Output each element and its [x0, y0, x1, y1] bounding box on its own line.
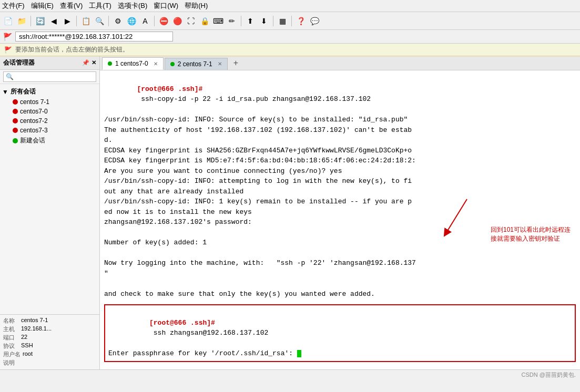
- term-line-14: Now try logging into the machine, with: …: [104, 258, 576, 269]
- term-line-15: ": [104, 269, 576, 279]
- tab-close-centos71[interactable]: ✕: [218, 61, 222, 67]
- font-icon[interactable]: A: [139, 15, 151, 27]
- notifbar: 🚩 要添加当前会话，点击左侧的箭头按钮。: [0, 44, 580, 56]
- tree-indent: centos 7-1 centos7-0 centos7-2 centos7-3…: [0, 97, 99, 146]
- help-icon[interactable]: ❓: [295, 15, 307, 27]
- prop-value-name: centos 7-1: [21, 317, 48, 325]
- prop-row-user: 用户名 root: [3, 350, 96, 358]
- term-line-4: d.: [104, 135, 576, 146]
- menu-tools[interactable]: 工具(T): [89, 1, 111, 11]
- record-icon[interactable]: 🔴: [171, 15, 183, 27]
- session-dot-centos71: [13, 99, 18, 105]
- term-input-line-2: Enter passphrase for key '/root/.ssh/id_…: [108, 348, 572, 359]
- terminal-input-box: [root@666 .ssh]# ssh zhangsan@192.168.13…: [104, 304, 576, 362]
- term-line-16: and check to make sure that only the key…: [104, 289, 576, 300]
- session-properties: 名称 centos 7-1 主机 192.168.1... 端口 22 协议 S…: [0, 314, 99, 369]
- main-layout: 会话管理器 📌 ✕ ▼ 所有会话 centos 7-1 centos7-: [0, 56, 580, 369]
- tabs-bar: 1 centos7-0 ✕ 2 centos 7-1 ✕ +: [100, 56, 580, 70]
- session-item-centos72[interactable]: centos7-2: [8, 116, 99, 126]
- term-line-11: ed now it is to install the new keys: [104, 207, 576, 218]
- prop-row-port: 端口 22: [3, 334, 96, 342]
- term-line-8: /usr/bin/ssh-copy-id: INFO: attempting t…: [104, 176, 576, 187]
- forward-icon[interactable]: ▶: [62, 15, 73, 27]
- session-item-new[interactable]: 新建会话: [8, 135, 99, 146]
- session-label-centos71: centos 7-1: [20, 98, 49, 106]
- tabs-and-terminal: 1 centos7-0 ✕ 2 centos 7-1 ✕ + [root@666…: [100, 56, 580, 369]
- tree-expand-icon: ▼: [2, 88, 8, 96]
- addressbar: 🚩 ssh://root:******@192.168.137.101:22: [0, 30, 580, 44]
- session-dot-centos70: [13, 109, 18, 114]
- tab-centos70[interactable]: 1 centos7-0 ✕: [102, 57, 164, 70]
- sep6: [273, 16, 273, 26]
- upload-icon[interactable]: ⬆: [245, 15, 256, 27]
- term-line-2: /usr/bin/ssh-copy-id: INFO: Source of ke…: [104, 115, 576, 125]
- menu-window[interactable]: 窗口(W): [154, 1, 178, 11]
- watermark: CSDN @苗苗奶黄包.: [522, 371, 576, 379]
- copy-icon[interactable]: 📋: [80, 15, 91, 27]
- prop-row-protocol: 协议 SSH: [3, 342, 96, 350]
- session-item-centos73[interactable]: centos7-3: [8, 126, 99, 135]
- addr-flag-icon: 🚩: [3, 33, 12, 41]
- prop-row-notes: 说明: [3, 359, 96, 367]
- menu-edit[interactable]: 编辑(E): [31, 1, 54, 11]
- sep1: [30, 16, 31, 26]
- term-cmd-1: ssh-copy-id -p 22 -i id_rsa.pub zhangsan…: [137, 95, 371, 103]
- menu-tabs[interactable]: 选项卡(B): [118, 1, 147, 11]
- sep7: [291, 16, 292, 26]
- term-line-blank2: [104, 248, 576, 259]
- session-tree: ▼ 所有会话 centos 7-1 centos7-0 centos7-2: [0, 84, 99, 314]
- lock-icon[interactable]: 🔒: [199, 15, 210, 27]
- pin-icon[interactable]: 📌: [82, 59, 89, 66]
- notif-text: 要添加当前会话，点击左侧的箭头按钮。: [15, 45, 129, 54]
- tab-close-centos70[interactable]: ✕: [154, 61, 158, 67]
- open-icon[interactable]: 📁: [16, 15, 27, 27]
- session-label-centos72: centos7-2: [20, 117, 48, 125]
- prop-value-host: 192.168.1...: [21, 325, 52, 333]
- settings-icon[interactable]: ⚙: [112, 15, 124, 27]
- zoom-icon[interactable]: 🔍: [94, 15, 105, 27]
- session-search-input[interactable]: [3, 71, 96, 82]
- chat-icon[interactable]: 💬: [309, 15, 320, 27]
- expand-icon[interactable]: ⛶: [185, 15, 197, 27]
- tree-group-all[interactable]: ▼ 所有会话: [0, 86, 99, 97]
- keyboard-icon[interactable]: ⌨: [212, 15, 224, 27]
- menu-file[interactable]: 文件(F): [2, 1, 25, 11]
- prop-row-name: 名称 centos 7-1: [3, 317, 96, 325]
- edit2-icon[interactable]: ✏: [226, 15, 238, 27]
- term-input-line-1: [root@666 .ssh]# ssh zhangsan@192.168.13…: [108, 307, 572, 348]
- new-session-icon[interactable]: 📄: [2, 15, 14, 27]
- address-field[interactable]: ssh://root:******@192.168.137.101:22: [15, 32, 173, 42]
- tab-label-centos71: 2 centos 7-1: [178, 60, 212, 68]
- close-panel-icon[interactable]: ✕: [91, 59, 96, 66]
- prop-label-user: 用户名: [3, 350, 21, 358]
- tab-add-button[interactable]: +: [229, 57, 243, 69]
- tab-centos71[interactable]: 2 centos 7-1 ✕: [165, 58, 228, 70]
- session-item-centos70[interactable]: centos7-0: [8, 107, 99, 116]
- term-line-1: [root@666 .ssh]# ssh-copy-id -p 22 -i id…: [104, 74, 576, 115]
- sep2: [76, 16, 77, 26]
- session-manager-title: 会话管理器: [3, 58, 35, 67]
- prop-value-port: 22: [21, 334, 27, 342]
- session-panel-header: 会话管理器 📌 ✕: [0, 56, 99, 70]
- globe-icon[interactable]: 🌐: [126, 15, 137, 27]
- term-input-cmd: ssh zhangsan@192.168.137.102: [149, 329, 268, 337]
- prop-value-protocol: SSH: [21, 342, 33, 350]
- menubar: 文件(F) 编辑(E) 查看(V) 工具(T) 选项卡(B) 窗口(W) 帮助(…: [0, 0, 580, 12]
- session-item-centos71[interactable]: centos 7-1: [8, 97, 99, 107]
- refresh-icon[interactable]: 🔄: [34, 15, 46, 27]
- term-line-9: out any that are already installed: [104, 187, 576, 197]
- stop-icon[interactable]: ⛔: [158, 15, 169, 27]
- back-icon[interactable]: ◀: [48, 15, 59, 27]
- prop-label-host: 主机: [3, 325, 19, 333]
- prop-label-name: 名称: [3, 317, 19, 325]
- menu-view[interactable]: 查看(V): [60, 1, 83, 11]
- tab-dot-centos70: [108, 61, 112, 66]
- term-line-10: /usr/bin/ssh-copy-id: INFO: 1 key(s) rem…: [104, 197, 576, 207]
- split-icon[interactable]: ▦: [277, 15, 288, 27]
- session-dot-new: [13, 138, 18, 143]
- tab-dot-centos71: [170, 62, 175, 66]
- session-label-centos70: centos7-0: [20, 108, 48, 115]
- terminal-area[interactable]: [root@666 .ssh]# ssh-copy-id -p 22 -i id…: [100, 70, 580, 369]
- download-icon[interactable]: ⬇: [258, 15, 270, 27]
- menu-help[interactable]: 帮助(H): [185, 1, 208, 11]
